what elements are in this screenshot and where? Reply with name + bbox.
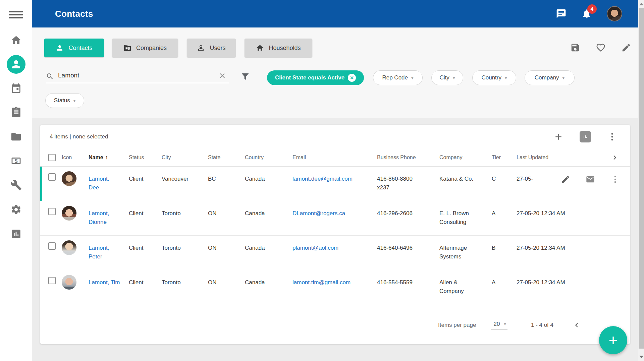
menu-icon[interactable]: [9, 9, 23, 19]
contact-name-link[interactable]: Lamont, Tim: [89, 278, 120, 287]
edit-pencil-icon[interactable]: [621, 43, 631, 53]
status-cell: Client: [129, 270, 162, 287]
status-cell: Client: [129, 236, 162, 252]
calendar-icon[interactable]: [10, 82, 22, 94]
billing-dollar-icon[interactable]: $: [10, 155, 22, 167]
phone-cell: 416-860-8800 x237: [377, 175, 420, 192]
email-link[interactable]: plamont@aol.com: [292, 245, 338, 251]
tab-users[interactable]: Users: [187, 39, 236, 57]
filter-chip-city[interactable]: City▾: [431, 70, 463, 85]
col-icon[interactable]: Icon: [62, 153, 89, 162]
house-icon: [256, 44, 264, 52]
contact-avatar[interactable]: [62, 240, 76, 255]
home-icon[interactable]: [10, 35, 22, 46]
chevron-down-icon: ▾: [453, 75, 455, 80]
filter-chip-company[interactable]: Company▾: [525, 70, 575, 85]
country-cell: Canada: [245, 236, 292, 252]
items-per-page-label: Items per page: [438, 322, 476, 328]
chat-icon[interactable]: [556, 8, 567, 19]
scroll-columns-right-icon[interactable]: [610, 153, 619, 162]
tab-households[interactable]: Households: [245, 39, 312, 57]
settings-gear-icon[interactable]: [10, 204, 22, 215]
edit-row-pencil-icon[interactable]: [561, 175, 570, 184]
clear-search-icon[interactable]: [218, 72, 226, 80]
col-phone[interactable]: Business Phone: [377, 153, 439, 162]
email-link[interactable]: lamont.tim@gmail.com: [292, 279, 351, 286]
row-checkbox[interactable]: [48, 173, 56, 181]
search-icon: [46, 72, 54, 80]
scroll-up-icon[interactable]: [639, 3, 643, 5]
table-row[interactable]: Lamont, Tim Client Toronto ON Canada lam…: [40, 270, 630, 305]
filter-chip-status[interactable]: Status▾: [45, 93, 84, 108]
row-more-kebab-icon[interactable]: [610, 175, 620, 184]
email-link[interactable]: lamont.dee@gmail.com: [292, 176, 353, 182]
filter-chip-rep-code[interactable]: Rep Code▾: [373, 70, 423, 85]
table-row[interactable]: Lamont, Dee Client Vancouver BC Canada l…: [40, 167, 630, 201]
tab-contacts[interactable]: Contacts: [44, 39, 104, 57]
state-cell: ON: [208, 270, 245, 287]
active-filter-chip[interactable]: Client State equals Active ✕: [267, 70, 364, 85]
col-tier[interactable]: Tier: [492, 153, 517, 162]
table-row[interactable]: Lamont, Dionne Client Toronto ON Canada …: [40, 201, 630, 236]
contact-avatar[interactable]: [62, 275, 76, 290]
col-state[interactable]: State: [208, 153, 245, 162]
contact-name-link[interactable]: Lamont, Dionne: [89, 209, 121, 227]
person-outline-icon: [197, 44, 205, 52]
main-content: Contacts Companies Users Households Clie…: [32, 27, 638, 361]
tab-companies[interactable]: Companies: [112, 39, 178, 57]
tools-wrench-icon[interactable]: [10, 179, 22, 191]
company-cell: Allen & Company: [439, 278, 478, 296]
col-company[interactable]: Company: [439, 153, 492, 162]
chart-view-icon[interactable]: [580, 131, 591, 142]
chevron-down-icon: ▾: [73, 98, 76, 103]
scrollbar-thumb[interactable]: [639, 8, 644, 349]
contacts-icon-active[interactable]: [7, 55, 25, 74]
page-size-select[interactable]: 20 ▾: [491, 321, 507, 330]
scroll-down-icon[interactable]: [639, 356, 643, 358]
select-all-checkbox[interactable]: [48, 154, 56, 161]
list-toolbar: 4 items | none selected: [40, 125, 630, 148]
col-country[interactable]: Country: [245, 153, 292, 162]
filter-chip-country[interactable]: Country▾: [472, 70, 516, 85]
row-checkbox[interactable]: [48, 277, 56, 284]
city-cell: Toronto: [162, 236, 208, 252]
row-checkbox[interactable]: [48, 242, 56, 250]
remove-filter-icon[interactable]: ✕: [348, 74, 356, 82]
add-column-plus-icon[interactable]: [553, 132, 564, 142]
contact-avatar[interactable]: [62, 206, 76, 221]
state-cell: ON: [208, 236, 245, 252]
contact-avatar[interactable]: [62, 171, 76, 186]
col-status[interactable]: Status: [129, 153, 162, 162]
row-checkbox[interactable]: [48, 208, 56, 215]
chevron-down-icon: ▾: [504, 321, 506, 326]
page-scrollbar[interactable]: [638, 0, 644, 361]
documents-folder-icon[interactable]: [10, 131, 22, 142]
country-cell: Canada: [245, 201, 292, 218]
col-email[interactable]: Email: [292, 153, 377, 162]
tasks-clipboard-icon[interactable]: [10, 106, 22, 118]
user-avatar[interactable]: [607, 6, 622, 21]
favorite-heart-icon[interactable]: [596, 43, 606, 53]
company-cell: Katana & Co.: [439, 175, 473, 183]
previous-page-chevron-icon[interactable]: [572, 321, 581, 329]
send-email-envelope-icon[interactable]: [586, 175, 595, 184]
add-contact-fab[interactable]: +: [599, 326, 627, 354]
reports-chart-icon[interactable]: [10, 228, 22, 240]
tier-cell: B: [492, 236, 517, 252]
chevron-down-icon: ▾: [505, 75, 507, 80]
table-row[interactable]: Lamont, Peter Client Toronto ON Canada p…: [40, 236, 630, 270]
email-link[interactable]: DLamont@rogers.ca: [292, 210, 345, 217]
svg-text:$: $: [14, 158, 17, 164]
col-updated[interactable]: Last Updated: [517, 153, 576, 162]
save-view-icon[interactable]: [570, 43, 580, 53]
notifications-bell-icon[interactable]: 4: [581, 8, 592, 19]
left-sidebar: $: [0, 0, 32, 361]
more-options-kebab-icon[interactable]: [607, 132, 617, 142]
contact-name-link[interactable]: Lamont, Dee: [89, 175, 121, 192]
filter-funnel-icon[interactable]: [240, 72, 250, 81]
contact-name-link[interactable]: Lamont, Peter: [89, 244, 121, 261]
col-name[interactable]: Name↑: [89, 153, 129, 162]
search-input[interactable]: [58, 70, 212, 80]
building-icon: [123, 44, 131, 52]
col-city[interactable]: City: [162, 153, 208, 162]
